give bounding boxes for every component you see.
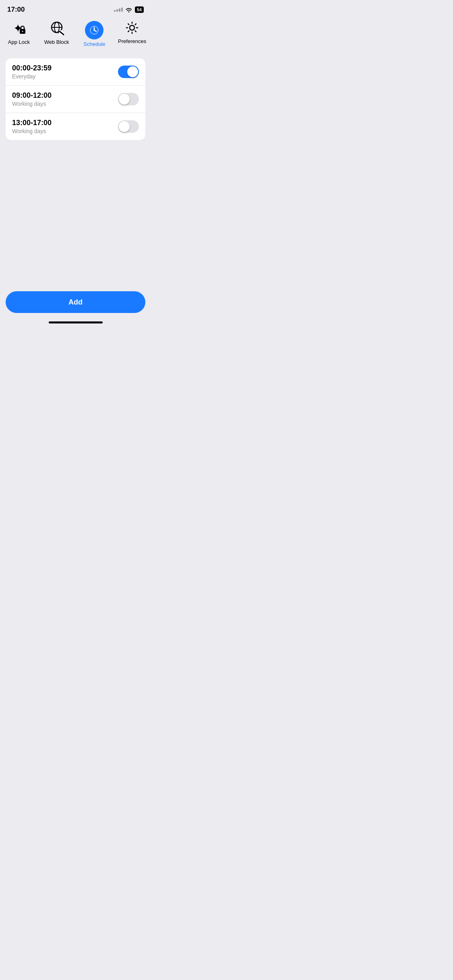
schedule-row-1[interactable]: 09:00-12:00 Working days	[6, 85, 145, 113]
app-lock-icon: ✦	[12, 21, 26, 37]
schedule-row-2[interactable]: 13:00-17:00 Working days	[6, 113, 145, 140]
tab-preferences-label: Preferences	[118, 38, 146, 44]
svg-point-2	[22, 31, 23, 32]
schedule-time-1: 09:00-12:00	[12, 91, 52, 100]
svg-point-15	[130, 25, 134, 30]
status-icons: 54	[114, 6, 144, 13]
tab-web-block[interactable]: Web Block	[38, 21, 76, 47]
schedule-icon	[85, 21, 103, 39]
tab-bar: ✦ App Lock Web Block	[0, 17, 151, 50]
toggle-thumb-2	[119, 121, 130, 132]
toggle-thumb-0	[127, 66, 138, 77]
schedule-list: 00:00-23:59 Everyday 09:00-12:00 Working…	[6, 58, 145, 140]
status-bar: 17:00 54	[0, 0, 151, 17]
schedule-days-1: Working days	[12, 101, 52, 107]
battery-indicator: 54	[135, 6, 144, 13]
web-block-icon	[50, 21, 64, 37]
schedule-toggle-2[interactable]	[118, 120, 139, 133]
tab-web-block-label: Web Block	[44, 39, 69, 45]
tab-preferences[interactable]: Preferences	[113, 21, 151, 47]
status-time: 17:00	[7, 6, 25, 14]
home-indicator	[49, 321, 103, 323]
signal-icon	[114, 8, 123, 12]
schedule-info-0: 00:00-23:59 Everyday	[12, 64, 52, 80]
tab-app-lock-label: App Lock	[8, 39, 30, 45]
schedule-days-0: Everyday	[12, 73, 52, 80]
schedule-toggle-1[interactable]	[118, 93, 139, 105]
tab-schedule-label: Schedule	[83, 41, 105, 47]
schedule-row-0[interactable]: 00:00-23:59 Everyday	[6, 58, 145, 85]
add-button[interactable]: Add	[6, 291, 145, 313]
schedule-info-1: 09:00-12:00 Working days	[12, 91, 52, 107]
tab-schedule[interactable]: Schedule	[76, 21, 114, 47]
schedule-time-2: 13:00-17:00	[12, 119, 52, 127]
wifi-icon	[125, 7, 132, 12]
tab-app-lock[interactable]: ✦ App Lock	[0, 21, 38, 47]
preferences-icon	[125, 21, 139, 37]
schedule-time-0: 00:00-23:59	[12, 64, 52, 72]
toggle-thumb-1	[119, 94, 130, 105]
schedule-toggle-0[interactable]	[118, 66, 139, 78]
schedule-days-2: Working days	[12, 128, 52, 134]
schedule-info-2: 13:00-17:00 Working days	[12, 119, 52, 134]
svg-point-14	[94, 30, 95, 31]
